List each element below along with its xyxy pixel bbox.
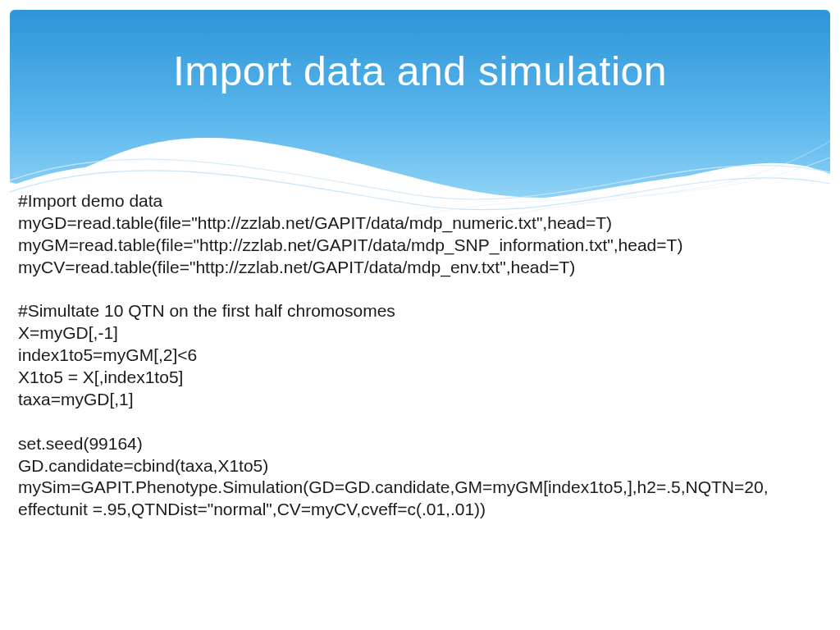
slide-container: Import data and simulation #Import demo … (0, 0, 840, 630)
slide-body-code: #Import demo data myGD=read.table(file="… (18, 190, 822, 521)
slide-title: Import data and simulation (0, 48, 840, 95)
